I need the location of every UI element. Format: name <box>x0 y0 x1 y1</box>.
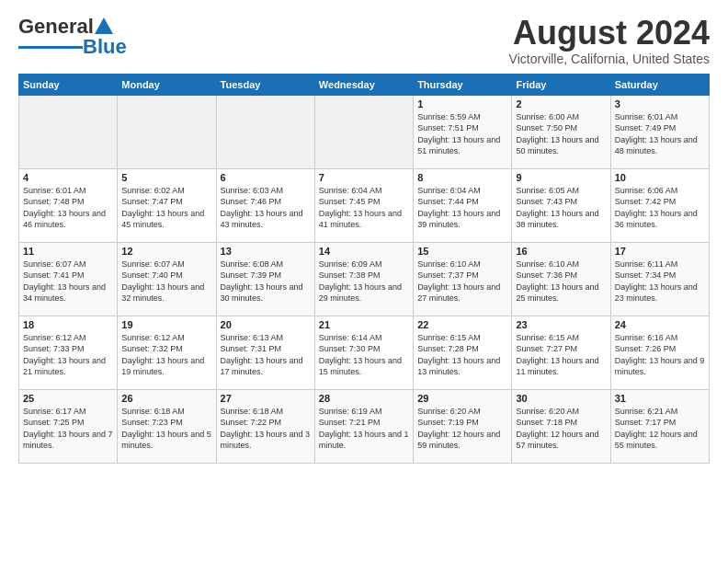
day-number: 10 <box>615 172 705 183</box>
day-info: Sunrise: 6:15 AMSunset: 7:27 PMDaylight:… <box>516 332 606 378</box>
day-number: 18 <box>23 319 113 330</box>
day-info: Sunrise: 6:07 AMSunset: 7:40 PMDaylight:… <box>121 259 211 304</box>
day-number: 31 <box>615 393 705 404</box>
day-cell: 10Sunrise: 6:06 AMSunset: 7:42 PMDayligh… <box>610 168 709 242</box>
day-cell: 23Sunrise: 6:15 AMSunset: 7:27 PMDayligh… <box>512 316 610 389</box>
day-info: Sunrise: 6:18 AMSunset: 7:23 PMDaylight:… <box>121 406 211 452</box>
day-cell: 18Sunrise: 6:12 AMSunset: 7:33 PMDayligh… <box>19 316 118 389</box>
weekday-header-monday: Monday <box>118 74 216 95</box>
day-number: 30 <box>516 393 606 404</box>
calendar-table: SundayMondayTuesdayWednesdayThursdayFrid… <box>18 74 710 464</box>
calendar-subtitle: Victorville, California, United States <box>509 52 710 66</box>
day-cell: 8Sunrise: 6:04 AMSunset: 7:44 PMDaylight… <box>414 168 512 242</box>
day-cell: 1Sunrise: 5:59 AMSunset: 7:51 PMDaylight… <box>414 95 512 168</box>
day-number: 16 <box>516 246 606 257</box>
day-number: 19 <box>121 319 211 330</box>
day-cell: 13Sunrise: 6:08 AMSunset: 7:39 PMDayligh… <box>216 242 314 316</box>
day-info: Sunrise: 6:00 AMSunset: 7:50 PMDaylight:… <box>516 111 606 157</box>
day-cell: 14Sunrise: 6:09 AMSunset: 7:38 PMDayligh… <box>314 242 413 316</box>
day-info: Sunrise: 6:15 AMSunset: 7:28 PMDaylight:… <box>417 332 507 378</box>
logo-triangle-icon <box>95 16 113 34</box>
day-number: 11 <box>23 246 113 257</box>
day-cell: 6Sunrise: 6:03 AMSunset: 7:46 PMDaylight… <box>216 168 314 242</box>
day-info: Sunrise: 6:05 AMSunset: 7:43 PMDaylight:… <box>516 185 606 231</box>
day-number: 9 <box>516 172 606 183</box>
day-number: 25 <box>23 393 113 404</box>
day-number: 21 <box>319 319 409 330</box>
day-info: Sunrise: 6:01 AMSunset: 7:48 PMDaylight:… <box>23 185 113 231</box>
day-info: Sunrise: 6:12 AMSunset: 7:32 PMDaylight:… <box>121 332 211 378</box>
day-number: 29 <box>417 393 507 404</box>
week-row-4: 18Sunrise: 6:12 AMSunset: 7:33 PMDayligh… <box>19 316 710 389</box>
day-cell <box>118 95 216 168</box>
day-number: 7 <box>319 172 409 183</box>
day-cell: 31Sunrise: 6:21 AMSunset: 7:17 PMDayligh… <box>610 389 709 463</box>
day-info: Sunrise: 6:09 AMSunset: 7:38 PMDaylight:… <box>319 259 409 304</box>
day-cell: 28Sunrise: 6:19 AMSunset: 7:21 PMDayligh… <box>314 389 413 463</box>
day-cell: 20Sunrise: 6:13 AMSunset: 7:31 PMDayligh… <box>216 316 314 389</box>
day-cell: 30Sunrise: 6:20 AMSunset: 7:18 PMDayligh… <box>512 389 610 463</box>
day-cell: 2Sunrise: 6:00 AMSunset: 7:50 PMDaylight… <box>512 95 610 168</box>
weekday-header-saturday: Saturday <box>610 74 709 95</box>
week-row-2: 4Sunrise: 6:01 AMSunset: 7:48 PMDaylight… <box>19 168 710 242</box>
day-number: 4 <box>23 172 113 183</box>
day-cell: 27Sunrise: 6:18 AMSunset: 7:22 PMDayligh… <box>216 389 314 463</box>
day-info: Sunrise: 6:21 AMSunset: 7:17 PMDaylight:… <box>615 406 705 452</box>
weekday-header-sunday: Sunday <box>19 74 118 95</box>
day-info: Sunrise: 6:01 AMSunset: 7:49 PMDaylight:… <box>615 111 705 157</box>
day-number: 15 <box>417 246 507 257</box>
day-info: Sunrise: 6:04 AMSunset: 7:44 PMDaylight:… <box>417 185 507 231</box>
day-info: Sunrise: 6:10 AMSunset: 7:36 PMDaylight:… <box>516 259 606 304</box>
week-row-5: 25Sunrise: 6:17 AMSunset: 7:25 PMDayligh… <box>19 389 710 463</box>
day-cell: 12Sunrise: 6:07 AMSunset: 7:40 PMDayligh… <box>118 242 216 316</box>
day-info: Sunrise: 6:04 AMSunset: 7:45 PMDaylight:… <box>319 185 409 231</box>
day-info: Sunrise: 6:07 AMSunset: 7:41 PMDaylight:… <box>23 259 113 304</box>
day-cell: 9Sunrise: 6:05 AMSunset: 7:43 PMDaylight… <box>512 168 610 242</box>
day-cell <box>19 95 118 168</box>
day-cell: 5Sunrise: 6:02 AMSunset: 7:47 PMDaylight… <box>118 168 216 242</box>
day-number: 28 <box>319 393 409 404</box>
day-info: Sunrise: 6:12 AMSunset: 7:33 PMDaylight:… <box>23 332 113 378</box>
logo: General Blue <box>18 15 127 59</box>
day-info: Sunrise: 6:17 AMSunset: 7:25 PMDaylight:… <box>23 406 113 452</box>
day-cell: 29Sunrise: 6:20 AMSunset: 7:19 PMDayligh… <box>414 389 512 463</box>
day-cell: 19Sunrise: 6:12 AMSunset: 7:32 PMDayligh… <box>118 316 216 389</box>
day-cell: 17Sunrise: 6:11 AMSunset: 7:34 PMDayligh… <box>610 242 709 316</box>
day-info: Sunrise: 6:08 AMSunset: 7:39 PMDaylight:… <box>221 259 311 304</box>
day-cell <box>314 95 413 168</box>
day-number: 17 <box>615 246 705 257</box>
day-number: 24 <box>615 319 705 330</box>
day-info: Sunrise: 6:18 AMSunset: 7:22 PMDaylight:… <box>221 406 311 452</box>
weekday-header-friday: Friday <box>512 74 610 95</box>
day-info: Sunrise: 6:16 AMSunset: 7:26 PMDaylight:… <box>615 332 705 378</box>
day-cell: 21Sunrise: 6:14 AMSunset: 7:30 PMDayligh… <box>314 316 413 389</box>
day-number: 6 <box>221 172 311 183</box>
day-cell: 22Sunrise: 6:15 AMSunset: 7:28 PMDayligh… <box>414 316 512 389</box>
week-row-3: 11Sunrise: 6:07 AMSunset: 7:41 PMDayligh… <box>19 242 710 316</box>
day-info: Sunrise: 6:06 AMSunset: 7:42 PMDaylight:… <box>615 185 705 231</box>
day-info: Sunrise: 6:14 AMSunset: 7:30 PMDaylight:… <box>319 332 409 378</box>
day-cell: 15Sunrise: 6:10 AMSunset: 7:37 PMDayligh… <box>414 242 512 316</box>
day-info: Sunrise: 6:03 AMSunset: 7:46 PMDaylight:… <box>221 185 311 231</box>
day-number: 22 <box>417 319 507 330</box>
title-block: August 2024 Victorville, California, Uni… <box>509 15 710 66</box>
day-number: 3 <box>615 98 705 109</box>
day-cell: 11Sunrise: 6:07 AMSunset: 7:41 PMDayligh… <box>19 242 118 316</box>
weekday-header-wednesday: Wednesday <box>314 74 413 95</box>
day-info: Sunrise: 6:20 AMSunset: 7:19 PMDaylight:… <box>417 406 507 452</box>
day-number: 8 <box>417 172 507 183</box>
day-cell: 4Sunrise: 6:01 AMSunset: 7:48 PMDaylight… <box>19 168 118 242</box>
day-cell: 24Sunrise: 6:16 AMSunset: 7:26 PMDayligh… <box>610 316 709 389</box>
week-row-1: 1Sunrise: 5:59 AMSunset: 7:51 PMDaylight… <box>19 95 710 168</box>
weekday-header-row: SundayMondayTuesdayWednesdayThursdayFrid… <box>19 74 710 95</box>
day-number: 1 <box>417 98 507 109</box>
day-number: 27 <box>221 393 311 404</box>
day-info: Sunrise: 6:11 AMSunset: 7:34 PMDaylight:… <box>615 259 705 304</box>
calendar-title: August 2024 <box>509 15 710 52</box>
day-number: 26 <box>121 393 211 404</box>
day-cell: 25Sunrise: 6:17 AMSunset: 7:25 PMDayligh… <box>19 389 118 463</box>
day-info: Sunrise: 6:20 AMSunset: 7:18 PMDaylight:… <box>516 406 606 452</box>
logo-blue: Blue <box>83 35 127 59</box>
day-cell: 7Sunrise: 6:04 AMSunset: 7:45 PMDaylight… <box>314 168 413 242</box>
day-info: Sunrise: 6:13 AMSunset: 7:31 PMDaylight:… <box>221 332 311 378</box>
